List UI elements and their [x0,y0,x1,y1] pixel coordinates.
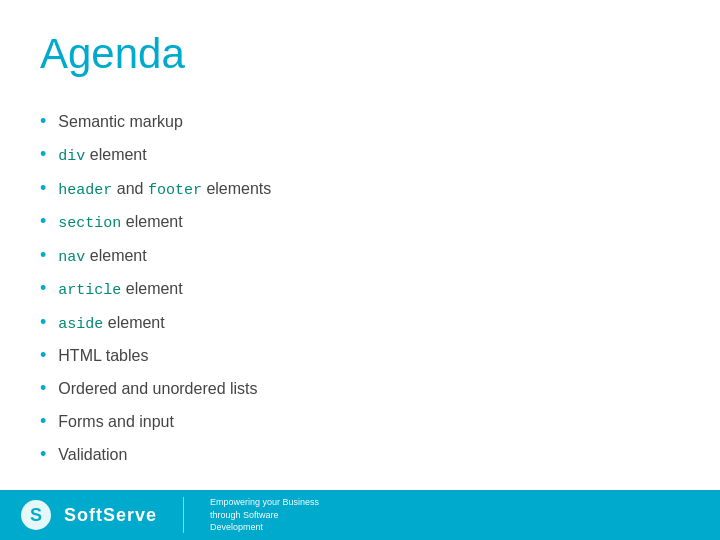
bullet-icon: • [40,141,46,168]
list-item: • div element [40,141,680,169]
list-item: • Semantic markup [40,108,680,135]
bullet-icon: • [40,342,46,369]
slide: Agenda • Semantic markup • div element •… [0,0,720,540]
list-item: • header and footer elements [40,175,680,203]
softserve-logo-icon: S [20,499,52,531]
bullet-icon: • [40,275,46,302]
code-keyword: footer [148,182,202,199]
code-keyword: section [58,215,121,232]
item-text: div element [58,143,146,169]
bullet-icon: • [40,375,46,402]
code-keyword: article [58,282,121,299]
item-suffix: element [121,280,182,297]
list-item: • section element [40,208,680,236]
item-text: Forms and input [58,410,174,434]
tagline-line1: Empowering your Business [210,497,319,507]
item-suffix: element [85,247,146,264]
item-suffix: element [103,314,164,331]
logo-name: SoftServe [64,505,157,526]
bullet-icon: • [40,208,46,235]
item-text: Ordered and unordered lists [58,377,257,401]
item-text: Validation [58,443,127,467]
agenda-list: • Semantic markup • div element • header… [40,108,680,468]
logo-area: S SoftServe Empowering your Business thr… [20,496,330,534]
tagline-line2: through Software Development [210,510,279,533]
footer-bar: S SoftServe Empowering your Business thr… [0,490,720,540]
footer-divider [183,497,184,533]
list-item: • aside element [40,309,680,337]
item-text: HTML tables [58,344,148,368]
item-text: section element [58,210,182,236]
item-connector: and [112,180,148,197]
code-keyword: header [58,182,112,199]
item-text: aside element [58,311,164,337]
bullet-icon: • [40,175,46,202]
list-item: • Ordered and unordered lists [40,375,680,402]
bullet-icon: • [40,408,46,435]
bullet-icon: • [40,108,46,135]
item-suffix: elements [202,180,271,197]
item-suffix: element [121,213,182,230]
list-item: • article element [40,275,680,303]
slide-content: Agenda • Semantic markup • div element •… [0,0,720,490]
list-item: • Forms and input [40,408,680,435]
bullet-icon: • [40,309,46,336]
list-item: • nav element [40,242,680,270]
code-keyword: nav [58,249,85,266]
item-text: article element [58,277,182,303]
code-keyword: div [58,148,85,165]
footer-tagline: Empowering your Business through Softwar… [210,496,330,534]
item-text: Semantic markup [58,110,183,134]
list-item: • Validation [40,441,680,468]
item-text: nav element [58,244,146,270]
bullet-icon: • [40,242,46,269]
item-suffix: element [85,146,146,163]
code-keyword: aside [58,316,103,333]
svg-text:S: S [30,505,42,525]
slide-title: Agenda [40,30,680,78]
bullet-icon: • [40,441,46,468]
item-text: header and footer elements [58,177,271,203]
list-item: • HTML tables [40,342,680,369]
